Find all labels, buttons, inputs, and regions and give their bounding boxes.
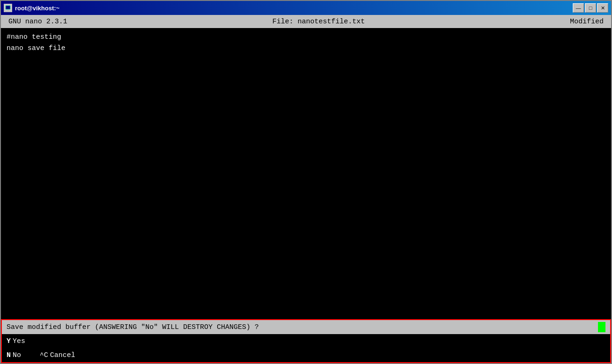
- close-button[interactable]: ✕: [597, 3, 608, 13]
- prompt-area: Save modified buffer (ANSWERING "No" WIL…: [1, 319, 611, 363]
- no-key: N: [7, 351, 11, 359]
- options-bar: Y Yes N No ^C Cancel: [1, 334, 611, 363]
- prompt-bar: Save modified buffer (ANSWERING "No" WIL…: [1, 319, 611, 334]
- nano-header: GNU nano 2.3.1 File: nanotestfile.txt Mo…: [1, 15, 611, 28]
- prompt-message: Save modified buffer (ANSWERING "No" WIL…: [7, 323, 596, 331]
- yes-label: Yes: [13, 337, 25, 345]
- yes-key: Y: [7, 337, 11, 345]
- svg-rect-1: [6, 6, 10, 9]
- terminal-window: root@vikhost:~ — □ ✕ GNU nano 2.3.1 File…: [0, 0, 612, 364]
- title-bar: root@vikhost:~ — □ ✕: [1, 1, 611, 15]
- cancel-label: Cancel: [50, 351, 75, 359]
- window-icon: [4, 4, 12, 12]
- no-cancel-option-row: N No ^C Cancel: [2, 348, 610, 362]
- nano-version: GNU nano 2.3.1: [8, 18, 67, 26]
- editor-line-3: nano save file: [7, 43, 605, 54]
- svg-rect-2: [7, 10, 9, 11]
- editor-line-1: #nano testing: [7, 32, 605, 43]
- minimize-button[interactable]: —: [573, 3, 584, 13]
- nano-filename: File: nanotestfile.txt: [272, 18, 365, 26]
- cursor-block: [598, 322, 605, 332]
- no-label: No: [13, 351, 21, 359]
- window-title: root@vikhost:~: [15, 5, 573, 12]
- window-controls: — □ ✕: [573, 3, 608, 13]
- nano-modified-status: Modified: [570, 18, 604, 26]
- maximize-button[interactable]: □: [585, 3, 596, 13]
- cancel-ctrl-key: ^C: [40, 351, 48, 359]
- yes-option-row: Y Yes: [2, 334, 610, 348]
- editor-area[interactable]: #nano testing nano save file: [1, 28, 611, 319]
